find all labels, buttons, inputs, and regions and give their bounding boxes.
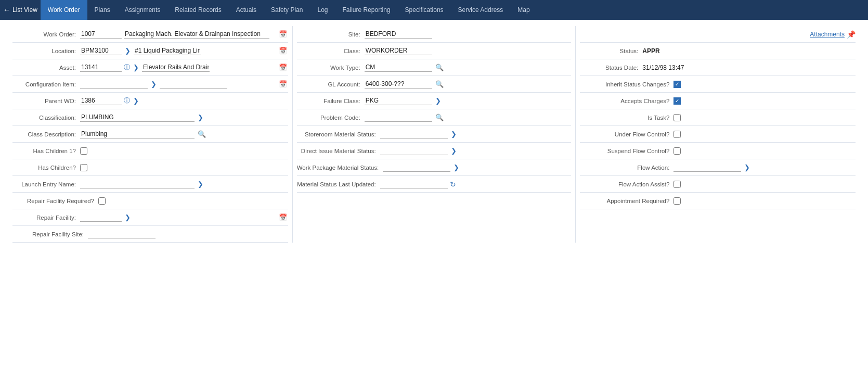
launch-entry-chevron-icon[interactable]: ❯ xyxy=(197,180,204,188)
location-desc-input[interactable] xyxy=(134,46,201,55)
location-chevron-icon[interactable]: ❯ xyxy=(124,47,132,55)
class-input[interactable] xyxy=(365,46,432,55)
under-flow-value xyxy=(673,131,856,138)
under-flow-label: Under Flow Control? xyxy=(580,131,673,137)
nav-tab-related-records[interactable]: Related Records xyxy=(167,0,228,20)
flow-action-chevron-icon[interactable]: ❯ xyxy=(743,163,751,171)
accepts-charges-label: Accepts Charges? xyxy=(580,98,673,104)
status-date-display: 31/12/98 13:47 xyxy=(642,64,684,71)
storeroom-chevron-icon[interactable]: ❯ xyxy=(450,130,458,138)
parent-wo-chevron-icon[interactable]: ❯ xyxy=(132,97,140,105)
asset-desc-input[interactable] xyxy=(142,63,210,72)
is-task-row: Is Task? xyxy=(580,109,856,126)
work-order-input[interactable] xyxy=(80,30,122,39)
work-type-value: 🔍 xyxy=(365,63,572,72)
gl-account-input[interactable] xyxy=(365,80,432,89)
work-package-input[interactable] xyxy=(383,163,450,172)
problem-code-input[interactable] xyxy=(365,113,432,122)
appointment-value xyxy=(673,197,856,205)
repair-facility-req-value xyxy=(98,197,288,205)
attachment-clip-icon[interactable]: 📌 xyxy=(847,30,856,39)
config-item-input[interactable] xyxy=(80,80,148,89)
classification-input[interactable] xyxy=(80,113,195,122)
asset-input[interactable] xyxy=(80,63,122,72)
gl-account-row: GL Account: 🔍 xyxy=(297,76,572,93)
accepts-charges-value: ✓ xyxy=(673,97,856,105)
accepts-charges-row: Accepts Charges? ✓ xyxy=(580,93,856,109)
work-order-calendar-icon[interactable]: 📅 xyxy=(278,30,288,38)
nav-tab-specifications[interactable]: Specifications xyxy=(398,0,451,20)
gl-account-search-icon[interactable]: 🔍 xyxy=(434,80,445,88)
suspend-flow-checkbox[interactable] xyxy=(673,147,681,155)
back-button[interactable]: ← List View xyxy=(3,6,37,14)
class-desc-label: Class Description: xyxy=(12,131,80,137)
config-item-calendar-icon[interactable]: 📅 xyxy=(278,80,288,88)
launch-entry-input[interactable] xyxy=(80,180,195,188)
failure-class-chevron-icon[interactable]: ❯ xyxy=(434,97,442,105)
site-input[interactable] xyxy=(365,30,432,39)
classification-chevron-icon[interactable]: ❯ xyxy=(197,114,204,121)
material-status-input[interactable] xyxy=(380,180,448,188)
flow-action-input[interactable] xyxy=(673,163,741,172)
material-status-refresh-icon[interactable]: ↻ xyxy=(450,180,456,188)
work-package-value: ❯ xyxy=(383,163,571,172)
flow-action-assist-checkbox[interactable] xyxy=(673,181,681,188)
problem-code-search-icon[interactable]: 🔍 xyxy=(434,114,445,121)
flow-action-assist-value xyxy=(673,181,856,188)
class-desc-search-icon[interactable]: 🔍 xyxy=(197,130,207,138)
class-value xyxy=(365,46,572,55)
form-col3: Attachments 📌 Status: APPR Status Date: … xyxy=(576,26,860,243)
config-item-desc-input[interactable] xyxy=(160,80,227,89)
asset-chevron-icon[interactable]: ❯ xyxy=(132,64,140,71)
work-package-chevron-icon[interactable]: ❯ xyxy=(452,163,460,171)
location-label: Location: xyxy=(12,48,80,54)
location-calendar-icon[interactable]: 📅 xyxy=(278,47,288,55)
repair-facility-req-checkbox[interactable] xyxy=(98,197,106,205)
location-input[interactable] xyxy=(80,46,122,55)
nav-tab-plans[interactable]: Plans xyxy=(87,0,118,20)
is-task-checkbox[interactable] xyxy=(673,114,681,121)
nav-tab-actuals[interactable]: Actuals xyxy=(229,0,264,20)
config-item-chevron-icon[interactable]: ❯ xyxy=(150,80,158,88)
storeroom-input[interactable] xyxy=(380,130,448,138)
repair-facility-calendar-icon[interactable]: 📅 xyxy=(278,213,288,221)
has-children1-row: Has Children 1? xyxy=(12,143,288,159)
work-type-search-icon[interactable]: 🔍 xyxy=(434,64,445,71)
nav-tab-failure-reporting[interactable]: Failure Reporting xyxy=(335,0,398,20)
nav-tab-assignments[interactable]: Assignments xyxy=(118,0,168,20)
main-content: Work Order: 📅 Location: ❯ 📅 Asset: xyxy=(0,20,868,378)
config-item-row: Configuration Item: ❯ 📅 xyxy=(12,76,288,93)
failure-class-label: Failure Class: xyxy=(297,98,365,104)
nav-tab-safety-plan[interactable]: Safety Plan xyxy=(264,0,310,20)
nav-tab-map[interactable]: Map xyxy=(510,0,537,20)
asset-calendar-icon[interactable]: 📅 xyxy=(278,64,288,71)
has-children-checkbox[interactable] xyxy=(80,164,87,171)
attachments-link[interactable]: Attachments xyxy=(810,31,845,38)
repair-facility-chevron-icon[interactable]: ❯ xyxy=(124,213,132,221)
nav-tab-work-order[interactable]: Work Order xyxy=(41,0,87,20)
direct-issue-chevron-icon[interactable]: ❯ xyxy=(450,147,458,155)
storeroom-row: Storeroom Material Status: ❯ xyxy=(297,126,572,143)
failure-class-input[interactable] xyxy=(365,96,432,105)
work-type-input[interactable] xyxy=(365,63,432,72)
nav-tab-log[interactable]: Log xyxy=(310,0,335,20)
flow-action-value: ❯ xyxy=(673,163,856,172)
parent-wo-input[interactable] xyxy=(80,96,122,105)
accepts-charges-checkbox[interactable]: ✓ xyxy=(673,97,681,105)
repair-facility-site-input[interactable] xyxy=(88,230,156,238)
has-children1-checkbox[interactable] xyxy=(80,147,87,155)
appointment-checkbox[interactable] xyxy=(673,197,681,205)
navbar: ← List View Work OrderPlansAssignmentsRe… xyxy=(0,0,868,20)
repair-facility-value: ❯ 📅 xyxy=(80,213,288,222)
under-flow-checkbox[interactable] xyxy=(673,131,681,138)
inherit-checkbox[interactable]: ✓ xyxy=(673,81,681,88)
nav-tab-service-address[interactable]: Service Address xyxy=(451,0,511,20)
direct-issue-input[interactable] xyxy=(380,146,448,155)
suspend-flow-label: Suspend Flow Control? xyxy=(580,148,673,154)
asset-value: ⓘ ❯ 📅 xyxy=(80,63,288,72)
class-desc-input[interactable] xyxy=(80,130,195,138)
work-order-desc-input[interactable] xyxy=(124,30,269,39)
repair-facility-input[interactable] xyxy=(80,213,122,222)
config-item-label: Configuration Item: xyxy=(12,81,80,87)
classification-label: Classification: xyxy=(12,115,80,121)
